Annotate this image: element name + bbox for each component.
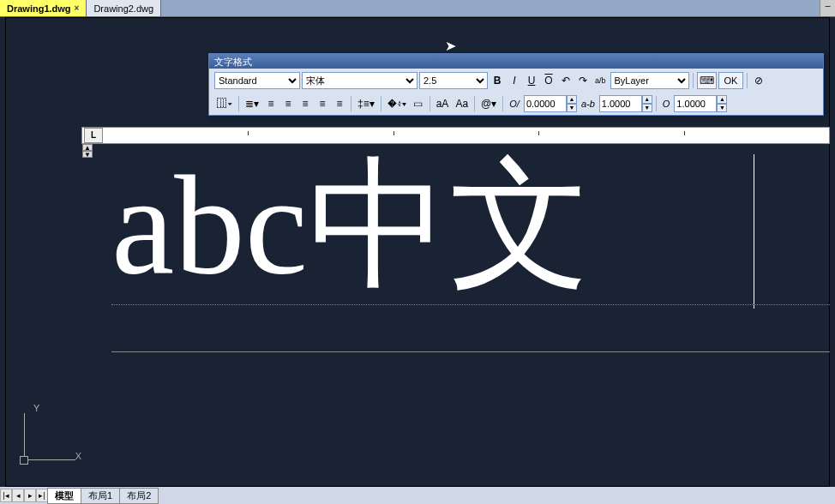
ruler-ticks	[103, 128, 829, 143]
spin-up-icon[interactable]: ▲	[642, 95, 652, 104]
layout2-tab[interactable]: 布局2	[119, 488, 159, 504]
widthfactor-label: O	[660, 99, 673, 109]
tracking-field: ▲▼	[599, 95, 652, 112]
tracking-label: a-b	[579, 99, 598, 109]
lowercase-button[interactable]: Aa	[453, 95, 471, 112]
uppercase-button[interactable]: aA	[434, 95, 452, 112]
oblique-field: ▲▼	[524, 95, 577, 112]
separator	[351, 96, 351, 111]
separator	[693, 73, 694, 88]
spin-up-icon[interactable]: ▲	[567, 95, 577, 104]
oblique-input[interactable]	[524, 95, 567, 112]
redo-button[interactable]: ↷	[575, 72, 591, 89]
panel-title: 文字格式	[209, 54, 823, 69]
separator	[502, 96, 503, 111]
stack-button[interactable]: a/b	[592, 72, 609, 89]
ruler-toggle-button[interactable]: ⌨	[697, 72, 717, 89]
toolbar-row-1: Standard 宋体 2.5 B I U O ↶ ↷ a/b ByLayer …	[209, 69, 823, 92]
line-spacing-button[interactable]: ‡≡▾	[355, 95, 377, 112]
nav-last-button[interactable]: ▸|	[36, 489, 48, 502]
minimize-tabs-icon[interactable]: –	[820, 0, 835, 16]
y-axis-label: Y	[33, 403, 39, 413]
options-button[interactable]: ⊘	[751, 72, 766, 89]
separator	[747, 73, 748, 88]
align-right-button[interactable]: ≡	[297, 95, 313, 112]
text-size-select[interactable]: 2.5	[419, 72, 488, 89]
font-select[interactable]: 宋体	[302, 72, 418, 89]
separator	[474, 96, 475, 111]
underline-button[interactable]: U	[524, 72, 539, 89]
file-tab-drawing1[interactable]: Drawing1.dwg ×	[0, 0, 87, 16]
ucs-origin-icon	[20, 456, 28, 465]
separator	[381, 96, 381, 111]
bold-button[interactable]: B	[490, 72, 505, 89]
align-distribute-button[interactable]: ≡	[332, 95, 347, 112]
color-select[interactable]: ByLayer	[610, 72, 689, 89]
separator	[430, 96, 430, 111]
text-ruler[interactable]: L	[81, 127, 830, 144]
italic-button[interactable]: I	[507, 72, 522, 89]
nav-prev-button[interactable]: ◂	[12, 489, 24, 502]
mtext-editor[interactable]: abc中文	[111, 154, 830, 351]
layout-tab-bar: |◂ ◂ ▸ ▸| 模型 布局1 布局2	[0, 487, 835, 504]
close-icon[interactable]: ×	[75, 3, 80, 13]
nav-first-button[interactable]: |◂	[0, 489, 12, 502]
spin-down-icon[interactable]: ▼	[642, 104, 652, 112]
undo-button[interactable]: ↶	[558, 72, 574, 89]
justify-button[interactable]: ≣▾	[243, 95, 261, 112]
align-justify-button[interactable]: ≡	[315, 95, 330, 112]
tab-label: Drawing2.dwg	[93, 3, 153, 14]
text-cursor	[754, 154, 754, 309]
text-content[interactable]: abc中文	[111, 154, 830, 296]
columns-button[interactable]: ⿲▾	[214, 95, 235, 112]
file-tab-drawing2[interactable]: Drawing2.dwg	[87, 0, 161, 16]
spin-down-icon[interactable]: ▼	[567, 104, 577, 112]
spin-up-icon[interactable]: ▲	[717, 95, 727, 104]
align-left-button[interactable]: ≡	[263, 95, 279, 112]
numbering-button[interactable]: �፥▾	[385, 95, 409, 112]
toolbar-row-2: ⿲▾ ≣▾ ≡ ≡ ≡ ≡ ≡ ‡≡▾ �፥▾ ▭ aA Aa @▾ O/ ▲▼…	[209, 92, 823, 115]
ok-button[interactable]: OK	[718, 72, 744, 89]
tracking-input[interactable]	[599, 95, 642, 112]
spin-down-icon[interactable]: ▼	[717, 104, 727, 112]
oblique-label: O/	[507, 99, 522, 109]
text-frame-border	[111, 351, 830, 352]
overline-button[interactable]: O	[541, 72, 556, 89]
widthfactor-input[interactable]	[674, 95, 717, 112]
x-axis-label: X	[75, 451, 81, 461]
nav-next-button[interactable]: ▸	[24, 489, 36, 502]
layout1-tab[interactable]: 布局1	[81, 488, 120, 504]
widthfactor-field: ▲▼	[674, 95, 727, 112]
file-tab-bar: Drawing1.dwg × Drawing2.dwg –	[0, 0, 835, 17]
symbol-button[interactable]: @▾	[478, 95, 499, 112]
separator	[238, 96, 239, 111]
text-style-select[interactable]: Standard	[214, 72, 300, 89]
baseline-guide	[111, 304, 830, 305]
tab-label: Drawing1.dwg	[7, 3, 71, 14]
ruler-indent-markers[interactable]: ▲▼	[82, 144, 93, 158]
ucs-icon: Y X	[13, 403, 81, 471]
ruler-tab-indicator[interactable]: L	[84, 128, 103, 143]
separator	[656, 96, 657, 111]
align-center-button[interactable]: ≡	[280, 95, 296, 112]
insert-field-button[interactable]: ▭	[411, 95, 426, 112]
text-format-panel: 文字格式 Standard 宋体 2.5 B I U O ↶ ↷ a/b ByL…	[208, 53, 824, 116]
model-tab[interactable]: 模型	[47, 488, 81, 504]
